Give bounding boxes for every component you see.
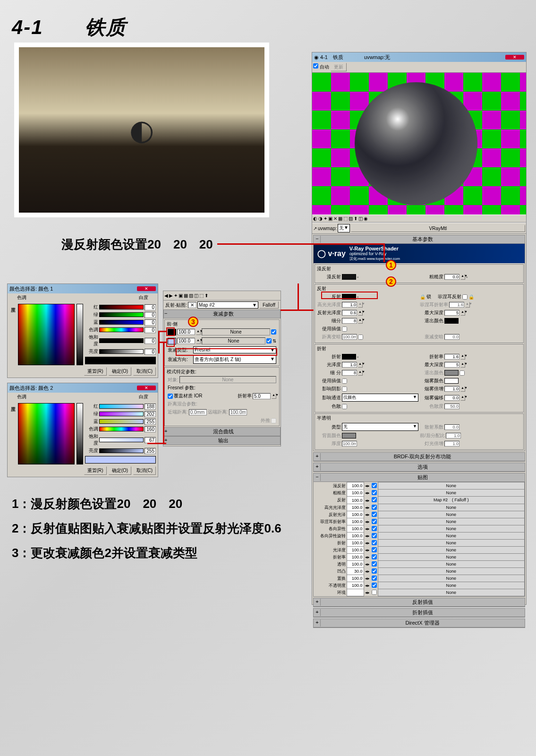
spinner-icon[interactable]: ◂▸ <box>364 554 371 561</box>
refr-interp-title[interactable]: 折射插值 <box>321 609 524 616</box>
reset-button[interactable]: 重置(R) <box>84 466 107 475</box>
spinner-icon[interactable]: ◂▸ <box>364 504 371 511</box>
expand-icon[interactable]: + <box>314 464 321 471</box>
map-amount[interactable]: 100.0 <box>347 525 364 533</box>
spinner-icon[interactable]: ◂▸ <box>364 518 371 525</box>
map-slot-button[interactable]: None <box>378 582 525 589</box>
auto-update-check[interactable] <box>313 63 318 69</box>
cp1-titlebar[interactable]: 颜色选择器: 颜色 1 ✕ <box>8 284 158 293</box>
spinner-icon[interactable]: ◂▸ <box>364 582 371 589</box>
spinner-icon[interactable]: ◂▸ <box>364 589 371 596</box>
collapse-icon[interactable]: − <box>314 474 321 481</box>
map-amount[interactable]: 100.0 <box>347 497 364 504</box>
directx-title[interactable]: DirectX 管理器 <box>321 619 524 627</box>
max-depth-value[interactable] <box>444 310 459 316</box>
spinner-icon[interactable]: ◂▸ <box>364 482 371 490</box>
expand-icon[interactable]: + <box>314 599 321 606</box>
map-amount[interactable]: 100.0 <box>347 504 364 511</box>
assign-icon[interactable]: ▣ <box>179 293 183 298</box>
spinner-icon[interactable]: ▲▼ <box>358 310 363 316</box>
map-amount[interactable]: 100.0 <box>347 575 364 582</box>
map-slot-button[interactable]: None <box>378 490 525 497</box>
color1-swatch[interactable] <box>168 329 176 335</box>
cancel-button[interactable]: 取消(C) <box>133 466 156 475</box>
s-slider[interactable] <box>99 438 144 442</box>
reflect-swatch[interactable] <box>342 294 356 300</box>
map-slot-button[interactable]: None <box>378 547 525 554</box>
map-enable-check[interactable] <box>372 547 377 552</box>
map-amount[interactable]: 100.0 <box>347 533 364 540</box>
map-slot-button[interactable]: None <box>378 518 525 525</box>
show-icon[interactable]: ▦ <box>184 293 188 298</box>
spinner-icon[interactable]: ◂▸ <box>364 540 371 547</box>
spinner-icon[interactable]: ◂▸ <box>364 497 371 504</box>
map-enable-check[interactable] <box>372 561 377 567</box>
g-slider[interactable] <box>99 412 144 416</box>
close-icon[interactable]: ✕ <box>137 286 156 291</box>
assign-icon[interactable]: ▣ <box>328 216 332 221</box>
map-amount[interactable]: 100.0 <box>347 540 364 547</box>
fresnel-check[interactable] <box>462 294 468 300</box>
h-value[interactable]: 0 <box>145 327 156 333</box>
map-amount[interactable] <box>347 589 364 596</box>
spinner-icon[interactable]: ◂▸ <box>364 533 371 540</box>
cp2-titlebar[interactable]: 颜色选择器: 颜色 2 ✕ <box>8 383 158 393</box>
map-slot-button[interactable]: None <box>378 561 525 568</box>
g-slider[interactable] <box>99 312 144 317</box>
map-slot-button[interactable]: None <box>378 504 525 511</box>
s-value[interactable]: 0 <box>145 338 156 344</box>
map-amount[interactable]: 100.0 <box>347 511 364 518</box>
map-amount[interactable]: 30.0 <box>347 568 364 575</box>
map-slot-button[interactable]: None <box>378 525 525 533</box>
map-enable-check[interactable] <box>372 540 377 545</box>
g-value[interactable]: 202 <box>145 411 156 417</box>
map-slot-icon[interactable]: ▫ <box>357 354 359 360</box>
go-sibling-icon[interactable]: ◫ <box>358 216 363 221</box>
show-map-icon[interactable]: ▨ <box>349 216 353 221</box>
color2-enable[interactable] <box>266 338 272 344</box>
value-strip[interactable] <box>77 304 83 365</box>
color2-amount[interactable] <box>177 338 195 344</box>
map-slot-button[interactable]: None <box>378 511 525 518</box>
b-slider[interactable] <box>99 320 144 325</box>
spinner-icon[interactable]: ◂▸ <box>364 575 371 582</box>
map-amount[interactable]: 100.0 <box>347 561 364 568</box>
map-enable-check[interactable] <box>372 505 377 510</box>
refl-gloss-value[interactable] <box>342 310 357 316</box>
mtl-type-button[interactable]: VRayMtl <box>351 225 525 232</box>
subdiv-value[interactable] <box>342 318 357 324</box>
map-slot-button[interactable]: None <box>378 482 525 490</box>
me-titlebar[interactable]: ◉ 4-1 铁质 uvwmap:无 ✕ <box>312 52 526 62</box>
expand-icon[interactable]: + <box>314 609 321 616</box>
nav-icon[interactable]: ▶ <box>169 293 173 298</box>
b-value[interactable]: 0 <box>145 319 156 326</box>
spinner-icon[interactable]: ▲▼ <box>196 338 201 344</box>
refr-maxdepth-value[interactable] <box>444 362 459 368</box>
cancel-button[interactable]: 取消(C) <box>133 367 156 376</box>
refr-interp-check[interactable] <box>342 378 347 384</box>
options-icon[interactable]: ⬚ <box>343 216 348 221</box>
affect-shadow-check[interactable] <box>342 387 347 392</box>
options-icon[interactable]: ◫ <box>194 293 198 298</box>
reset-icon[interactable]: ✕ <box>333 216 337 221</box>
spinner-icon[interactable]: ▲▼ <box>358 362 363 368</box>
s-value[interactable]: 67 <box>145 437 156 443</box>
h-value[interactable]: 160 <box>145 426 156 432</box>
map-name-field[interactable]: Map #2▼ <box>197 301 258 309</box>
sample-type-icon[interactable]: ◐ <box>313 216 317 221</box>
options-icon[interactable]: ⬚ <box>199 293 204 298</box>
map-type-button[interactable]: Falloff <box>259 301 279 309</box>
color1-enable[interactable] <box>271 329 276 335</box>
material-preview[interactable] <box>312 73 526 215</box>
nav-icon[interactable]: ◀ <box>164 293 168 298</box>
map-slot-button[interactable]: None <box>378 533 525 540</box>
hilite-gloss-value[interactable] <box>342 302 357 308</box>
map-slot-button[interactable]: None <box>378 575 525 582</box>
roughness-value[interactable] <box>444 274 459 280</box>
map-slot-icon[interactable]: ▫ <box>357 275 359 280</box>
map-amount[interactable]: 100.0 <box>347 582 364 589</box>
spinner-icon[interactable]: ▲▼ <box>460 274 465 280</box>
r-value[interactable]: 188 <box>145 404 156 410</box>
map-enable-check[interactable] <box>372 497 377 502</box>
brdf-title[interactable]: BRDF-双向反射分布功能 <box>321 453 524 460</box>
